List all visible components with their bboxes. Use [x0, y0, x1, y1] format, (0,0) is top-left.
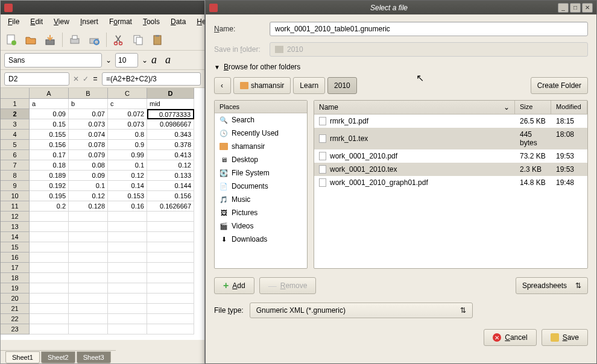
- cancel-edit-icon[interactable]: ✕: [73, 74, 79, 84]
- menu-view[interactable]: View: [49, 16, 74, 28]
- cancel-button[interactable]: ✕Cancel: [484, 329, 536, 346]
- cell[interactable]: 0.156: [147, 191, 194, 201]
- cell[interactable]: 0.8: [108, 130, 147, 140]
- cell[interactable]: 0.078: [69, 140, 108, 150]
- cell[interactable]: 0.9: [108, 140, 147, 150]
- cell[interactable]: 0.18: [30, 160, 69, 171]
- cell[interactable]: [69, 263, 108, 273]
- place-pictures[interactable]: 🖼Pictures: [215, 206, 307, 219]
- cell[interactable]: [69, 283, 108, 293]
- cell[interactable]: b: [69, 99, 108, 109]
- paste-button[interactable]: [149, 31, 166, 48]
- cell[interactable]: [69, 222, 108, 232]
- row-header[interactable]: 17: [1, 263, 30, 273]
- cell[interactable]: 0.07: [69, 109, 108, 119]
- file-row[interactable]: work_0001_2010.pdf73.2 KB19:53: [314, 149, 587, 163]
- cell[interactable]: 0.192: [30, 181, 69, 191]
- cell[interactable]: a: [30, 99, 69, 109]
- cell[interactable]: [147, 242, 194, 253]
- row-header[interactable]: 14: [1, 232, 30, 242]
- file-row[interactable]: work_0001_2010_graph01.pdf14.8 KB19:48: [314, 176, 587, 189]
- place-desktop[interactable]: 🖥Desktop: [215, 153, 307, 166]
- cell[interactable]: [108, 253, 147, 263]
- cell[interactable]: 0.12: [69, 191, 108, 201]
- cell[interactable]: [30, 324, 69, 334]
- cell[interactable]: [30, 232, 69, 242]
- filelist-header-size[interactable]: Size: [515, 101, 551, 114]
- row-header[interactable]: 8: [1, 171, 30, 181]
- cell[interactable]: 0.14: [108, 181, 147, 191]
- print-preview-button[interactable]: [86, 31, 103, 48]
- row-header[interactable]: 13: [1, 222, 30, 232]
- spreadsheet-grid[interactable]: A B C D 12345678910111213141516171819202…: [1, 88, 204, 340]
- cell[interactable]: [147, 304, 194, 314]
- row-header[interactable]: 16: [1, 253, 30, 263]
- cell[interactable]: [30, 304, 69, 314]
- copy-button[interactable]: [130, 31, 147, 48]
- cell[interactable]: 0.2: [30, 201, 69, 212]
- menu-tools[interactable]: Tools: [138, 16, 165, 28]
- cell[interactable]: 0.99: [108, 150, 147, 160]
- close-button[interactable]: ✕: [582, 3, 593, 13]
- cell[interactable]: 0.343: [147, 130, 194, 140]
- cell[interactable]: [69, 232, 108, 242]
- cell[interactable]: 0.072: [108, 109, 147, 119]
- cell[interactable]: [108, 314, 147, 324]
- cell[interactable]: 0.144: [147, 181, 194, 191]
- cell[interactable]: mid: [147, 99, 194, 109]
- path-segment-learn[interactable]: Learn: [293, 77, 325, 94]
- row-header[interactable]: 10: [1, 191, 30, 201]
- bold-button[interactable]: a: [151, 54, 157, 66]
- path-home-button[interactable]: shamansir: [233, 77, 291, 94]
- cell[interactable]: [30, 314, 69, 324]
- cell[interactable]: [147, 212, 194, 222]
- cell[interactable]: [108, 283, 147, 293]
- accept-edit-icon[interactable]: ✓: [83, 74, 89, 84]
- place-downloads[interactable]: ⬇Downloads: [215, 233, 307, 246]
- cell[interactable]: [69, 293, 108, 304]
- cell[interactable]: 0.079: [69, 150, 108, 160]
- row-header[interactable]: 23: [1, 324, 30, 334]
- sheet-tab-2[interactable]: Sheet2: [41, 351, 75, 363]
- cell[interactable]: 0.1: [69, 181, 108, 191]
- cell[interactable]: [30, 222, 69, 232]
- size-dropdown-icon[interactable]: ⌄: [142, 56, 148, 64]
- row-header[interactable]: 20: [1, 293, 30, 304]
- place-videos[interactable]: 🎬Videos: [215, 219, 307, 233]
- save-button[interactable]: [42, 31, 58, 48]
- cell[interactable]: [108, 324, 147, 334]
- row-header[interactable]: 18: [1, 273, 30, 283]
- cell[interactable]: [69, 324, 108, 334]
- cell[interactable]: [147, 324, 194, 334]
- cell[interactable]: 0.16: [108, 201, 147, 212]
- cell[interactable]: [147, 253, 194, 263]
- menu-edit[interactable]: Edit: [25, 16, 48, 28]
- menu-file[interactable]: FFileile: [3, 16, 24, 28]
- menu-format[interactable]: Format: [104, 16, 137, 28]
- cell[interactable]: [30, 242, 69, 253]
- col-header-b[interactable]: B: [69, 88, 108, 99]
- cell[interactable]: [147, 283, 194, 293]
- cell[interactable]: [108, 293, 147, 304]
- place-search[interactable]: 🔍Search: [215, 113, 307, 127]
- row-header[interactable]: 3: [1, 119, 30, 130]
- cell[interactable]: 0.09: [30, 109, 69, 119]
- cell[interactable]: [108, 232, 147, 242]
- place-documents[interactable]: 📄Documents: [215, 180, 307, 193]
- row-header[interactable]: 21: [1, 304, 30, 314]
- row-header[interactable]: 15: [1, 242, 30, 253]
- cell[interactable]: 0.378: [147, 140, 194, 150]
- cell[interactable]: 0.153: [108, 191, 147, 201]
- cell[interactable]: 0.09: [69, 171, 108, 181]
- col-header-c[interactable]: C: [108, 88, 147, 99]
- cell[interactable]: [30, 283, 69, 293]
- cell[interactable]: 0.08: [69, 160, 108, 171]
- place-home[interactable]: shamansir: [215, 140, 307, 153]
- cell[interactable]: [69, 253, 108, 263]
- dialog-titlebar[interactable]: Select a file _ □ ✕: [206, 1, 596, 14]
- row-header[interactable]: 9: [1, 181, 30, 191]
- cell[interactable]: [108, 222, 147, 232]
- print-button[interactable]: [66, 31, 83, 48]
- cell[interactable]: 0.195: [30, 191, 69, 201]
- cell[interactable]: [108, 273, 147, 283]
